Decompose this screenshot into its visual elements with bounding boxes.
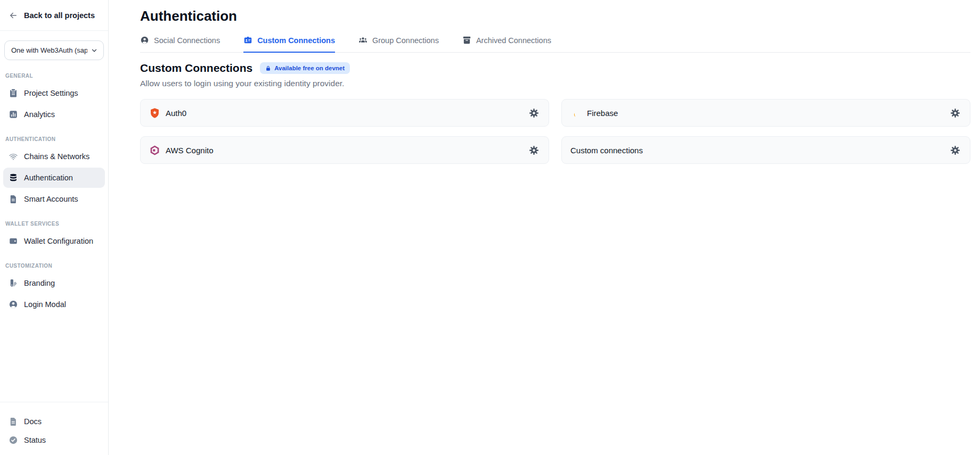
aws-cognito-icon (149, 145, 160, 156)
auth0-settings-button[interactable] (527, 106, 541, 120)
sidebar: Back to all projects One with Web3Auth (… (0, 0, 109, 455)
connection-card-custom-connections[interactable]: Custom connections (561, 136, 970, 164)
sidebar-nav: GENERAL Project Settings Analytics AUTHE… (0, 60, 108, 316)
section-label-wallet-services: WALLET SERVICES (5, 221, 103, 227)
connection-card-auth0[interactable]: Auth0 (140, 99, 549, 127)
bar-chart-icon (9, 110, 18, 119)
tab-label: Social Connections (154, 36, 220, 45)
chevron-down-icon (91, 47, 98, 54)
sidebar-item-analytics[interactable]: Analytics (3, 104, 105, 125)
sidebar-item-status[interactable]: Status (3, 431, 105, 449)
connection-name: AWS Cognito (166, 146, 521, 155)
tab-archived-connections[interactable]: Archived Connections (462, 36, 551, 53)
devnet-badge-label: Available free on devnet (274, 65, 345, 71)
section-label-general: GENERAL (5, 73, 103, 79)
tab-label: Archived Connections (476, 36, 551, 45)
document-icon (9, 194, 18, 204)
sidebar-footer: Docs Status (0, 402, 108, 455)
arrow-left-icon (9, 11, 18, 20)
firebase-settings-button[interactable] (948, 106, 962, 120)
back-to-projects-link[interactable]: Back to all projects (0, 0, 108, 31)
check-circle-icon (9, 435, 18, 445)
devnet-badge: Available free on devnet (260, 62, 350, 74)
page-title: Authentication (140, 7, 970, 24)
sidebar-item-label: Wallet Configuration (24, 237, 93, 245)
user-group-icon (358, 36, 368, 45)
section-label-customization: CUSTOMIZATION (5, 263, 103, 269)
connection-card-aws-cognito[interactable]: AWS Cognito (140, 136, 549, 164)
sidebar-item-login-modal[interactable]: Login Modal (3, 294, 105, 315)
connection-name: Firebase (587, 109, 943, 118)
connection-name: Custom connections (570, 146, 943, 155)
database-stack-icon (9, 173, 18, 183)
sidebar-item-label: Project Settings (24, 89, 78, 97)
id-card-icon (243, 36, 252, 45)
lock-icon (265, 65, 271, 71)
sidebar-item-smart-accounts[interactable]: Smart Accounts (3, 189, 105, 209)
wifi-icon (9, 152, 18, 161)
gear-icon (950, 145, 960, 155)
sidebar-item-project-settings[interactable]: Project Settings (3, 83, 105, 103)
sidebar-item-label: Authentication (24, 173, 73, 182)
connection-cards-grid: Auth0 Firebase AWS Cognito Custom connec… (140, 99, 970, 164)
gear-icon (529, 108, 539, 118)
firebase-icon (570, 107, 582, 119)
swatch-icon (9, 278, 18, 288)
gear-icon (950, 108, 960, 118)
section-subtitle: Allow users to login using your existing… (140, 79, 970, 88)
custom-connections-settings-button[interactable] (948, 143, 962, 158)
auth0-icon (149, 107, 160, 119)
user-circle-icon (9, 300, 18, 309)
sidebar-item-label: Smart Accounts (24, 195, 78, 203)
sidebar-item-label: Branding (24, 279, 55, 287)
sidebar-spacer (0, 316, 108, 402)
sidebar-item-docs[interactable]: Docs (3, 412, 105, 431)
tab-bar: Social Connections Custom Connections Gr… (140, 36, 970, 53)
tab-custom-connections[interactable]: Custom Connections (243, 36, 335, 53)
section-label-authentication: AUTHENTICATION (5, 136, 103, 142)
archive-box-icon (462, 36, 471, 45)
project-selector[interactable]: One with Web3Auth (sap (4, 40, 104, 60)
project-selector-value: One with Web3Auth (sap (11, 46, 87, 54)
sidebar-item-branding[interactable]: Branding (3, 273, 105, 293)
tab-label: Custom Connections (257, 36, 335, 45)
aws-cognito-settings-button[interactable] (527, 143, 541, 158)
section-heading: Custom Connections (140, 62, 252, 75)
tab-social-connections[interactable]: Social Connections (140, 36, 220, 53)
user-circle-icon (140, 36, 149, 45)
sidebar-item-label: Docs (24, 417, 42, 426)
main-content: Authentication Social Connections Custom… (109, 0, 980, 455)
clipboard-icon (9, 88, 18, 98)
sidebar-item-chains-networks[interactable]: Chains & Networks (3, 146, 105, 167)
wallet-icon (9, 236, 18, 246)
sidebar-item-wallet-configuration[interactable]: Wallet Configuration (3, 231, 105, 251)
sidebar-item-label: Status (24, 436, 46, 444)
sidebar-item-label: Login Modal (24, 300, 66, 309)
connection-card-firebase[interactable]: Firebase (561, 99, 970, 127)
tab-label: Group Connections (372, 36, 439, 45)
back-to-projects-label: Back to all projects (24, 11, 95, 20)
sidebar-item-label: Analytics (24, 110, 55, 119)
sidebar-item-label: Chains & Networks (24, 152, 89, 161)
gear-icon (529, 145, 539, 155)
document-icon (9, 417, 18, 426)
tab-group-connections[interactable]: Group Connections (358, 36, 439, 53)
connection-name: Auth0 (166, 109, 521, 118)
section-heading-row: Custom Connections Available free on dev… (140, 62, 970, 75)
sidebar-item-authentication[interactable]: Authentication (3, 168, 105, 188)
